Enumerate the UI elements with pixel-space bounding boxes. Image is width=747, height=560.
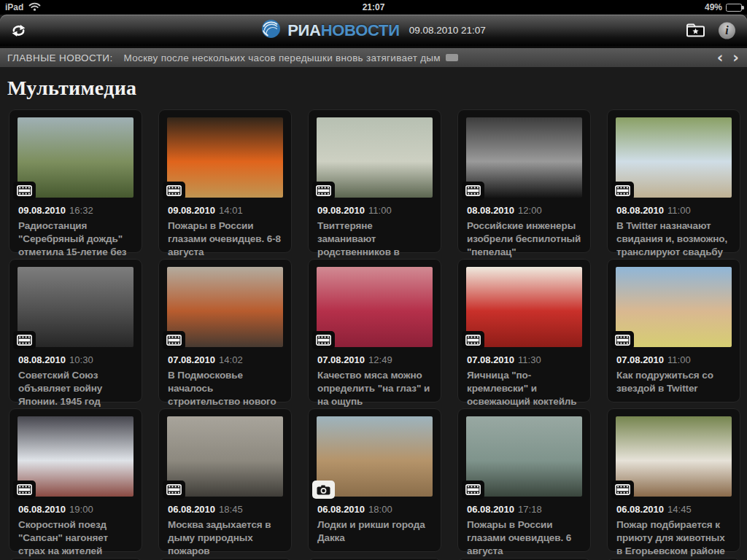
card-meta: 08.08.201010:30 xyxy=(18,354,133,365)
card-date: 06.08.2010 xyxy=(168,504,215,515)
card-date: 09.08.2010 xyxy=(18,205,66,216)
card-meta: 09.08.201014:01 xyxy=(168,205,282,216)
media-card[interactable]: 09.08.201014:01 Пожары в России глазами … xyxy=(158,109,292,253)
media-card[interactable]: 08.08.201012:00 Российские инженеры изоб… xyxy=(457,109,591,253)
media-card[interactable]: 06.08.201018:45 Москва задыхается в дыму… xyxy=(158,408,292,552)
battery-percent: 49% xyxy=(705,2,722,12)
video-badge xyxy=(163,182,185,200)
card-meta: 09.08.201016:32 xyxy=(18,205,133,216)
page-title: Мультимедиа xyxy=(7,77,747,100)
thumbnail xyxy=(167,267,283,347)
thumbnail xyxy=(18,117,133,198)
media-grid: 09.08.201016:32 Радиостанция "Серебряный… xyxy=(9,109,747,552)
ticker-headline[interactable]: Москву после нескольких часов передышки … xyxy=(124,52,458,63)
card-title: Российские инженеры изобрели беспилотный… xyxy=(467,219,581,258)
nav-datetime: 09.08.2010 21:07 xyxy=(409,25,486,36)
ria-globe-icon xyxy=(261,19,281,42)
card-title: Радиостанция "Серебряный дождь" отметила… xyxy=(18,219,133,258)
card-date: 06.08.2010 xyxy=(616,504,664,515)
card-meta: 07.08.201014:02 xyxy=(168,354,282,365)
card-meta: 07.08.201012:49 xyxy=(317,354,432,365)
video-badge xyxy=(611,481,634,499)
device-label: iPad xyxy=(5,2,23,12)
ticker-cursor xyxy=(446,54,458,61)
card-date: 08.08.2010 xyxy=(616,205,664,216)
media-card[interactable]: 07.08.201011:30 Яичница "по-кремлевски" … xyxy=(457,259,591,402)
card-title: Советский Союз объявляет войну Японии. 1… xyxy=(18,369,133,408)
media-card[interactable]: 06.08.201018:00 Лодки и рикши города Дак… xyxy=(308,408,441,552)
video-badge xyxy=(13,182,36,200)
card-date: 08.08.2010 xyxy=(467,205,514,216)
card-title: Пожары в России глазами очевидцев. 6 авг… xyxy=(467,518,581,557)
ticker-next-button[interactable]: › xyxy=(732,50,740,66)
thumbnail xyxy=(466,117,582,198)
folder-star-icon xyxy=(686,29,705,40)
logo-ria-text: РИА xyxy=(287,21,320,39)
media-card[interactable]: 07.08.201014:02 В Подмосковье началось с… xyxy=(158,259,292,402)
thumbnail xyxy=(167,416,283,497)
card-date: 08.08.2010 xyxy=(18,354,66,365)
media-card[interactable]: 06.08.201019:00 Скоростной поезд "Сапсан… xyxy=(9,408,142,552)
thumbnail xyxy=(167,117,283,198)
card-time: 18:45 xyxy=(219,504,243,515)
news-ticker: ГЛАВНЫЕ НОВОСТИ: Москву после нескольких… xyxy=(0,46,747,67)
ticker-prev-button[interactable]: ‹ xyxy=(716,50,724,66)
video-badge xyxy=(163,331,185,349)
favorites-folder-button[interactable] xyxy=(686,23,705,38)
card-meta: 06.08.201018:45 xyxy=(168,504,282,515)
card-date: 09.08.2010 xyxy=(317,205,365,216)
card-date: 06.08.2010 xyxy=(317,504,365,515)
thumbnail xyxy=(466,267,582,347)
wifi-icon xyxy=(28,2,41,13)
media-card[interactable]: 08.08.201011:00 В Twitter назначают свид… xyxy=(607,109,740,253)
brand-header: РИАНОВОСТИ 09.08.2010 21:07 xyxy=(261,19,486,42)
card-meta: 07.08.201011:30 xyxy=(467,354,581,365)
card-title: В Twitter назначают свидания и, возможно… xyxy=(616,219,731,258)
card-meta: 06.08.201018:00 xyxy=(317,504,432,515)
thumbnail xyxy=(18,416,133,497)
card-title: Пожары в России глазами очевидцев. 6-8 а… xyxy=(168,219,282,258)
card-title: Лодки и рикши города Дакка xyxy=(317,518,432,545)
status-clock: 21:07 xyxy=(363,2,385,12)
thumbnail xyxy=(616,117,732,198)
card-meta: 06.08.201019:00 xyxy=(18,504,133,515)
info-button[interactable]: i xyxy=(719,22,735,39)
card-title: Пожар подбирается к приюту для животных … xyxy=(616,518,731,557)
card-time: 11:00 xyxy=(667,354,691,365)
card-time: 14:02 xyxy=(219,354,243,365)
media-card[interactable]: 09.08.201011:00 Твиттеряне заманивают ро… xyxy=(308,109,441,253)
card-time: 16:32 xyxy=(69,205,93,216)
card-title: Москва задыхается в дыму природных пожар… xyxy=(168,518,282,557)
card-time: 17:18 xyxy=(518,504,542,515)
refresh-icon xyxy=(11,28,26,39)
card-time: 18:00 xyxy=(368,504,392,515)
media-card[interactable]: 07.08.201012:49 Качество мяса можно опре… xyxy=(308,259,441,402)
refresh-button[interactable] xyxy=(11,23,26,37)
camera-badge xyxy=(312,481,335,499)
card-date: 07.08.2010 xyxy=(317,354,365,365)
ticker-label: ГЛАВНЫЕ НОВОСТИ: xyxy=(7,52,113,63)
card-time: 11:30 xyxy=(518,354,541,365)
media-card[interactable]: 08.08.201010:30 Советский Союз объявляет… xyxy=(9,259,142,402)
card-title: Скоростной поезд "Сапсан" нагоняет страх… xyxy=(18,518,133,560)
card-date: 07.08.2010 xyxy=(616,354,664,365)
video-badge xyxy=(462,331,484,349)
video-badge xyxy=(611,182,634,200)
media-card[interactable]: 06.08.201017:18 Пожары в России глазами … xyxy=(457,408,591,552)
card-meta: 08.08.201012:00 xyxy=(467,205,581,216)
thumbnail xyxy=(466,416,582,497)
battery-icon xyxy=(726,4,742,12)
card-title: Как подружиться со звездой в Twitter xyxy=(616,369,731,395)
card-date: 06.08.2010 xyxy=(467,504,514,515)
video-badge xyxy=(462,182,484,200)
video-badge xyxy=(163,481,185,499)
media-card[interactable]: 07.08.201011:00 Как подружиться со звезд… xyxy=(607,259,740,402)
media-card[interactable]: 06.08.201014:45 Пожар подбирается к прию… xyxy=(607,408,740,552)
status-bar: iPad 21:07 49% xyxy=(0,0,747,15)
logo-novosti-text: НОВОСТИ xyxy=(321,21,400,39)
media-card[interactable]: 09.08.201016:32 Радиостанция "Серебряный… xyxy=(9,109,142,253)
video-badge xyxy=(312,331,335,349)
thumbnail xyxy=(616,267,732,347)
card-meta: 06.08.201014:45 xyxy=(616,504,731,515)
thumbnail xyxy=(18,267,133,347)
